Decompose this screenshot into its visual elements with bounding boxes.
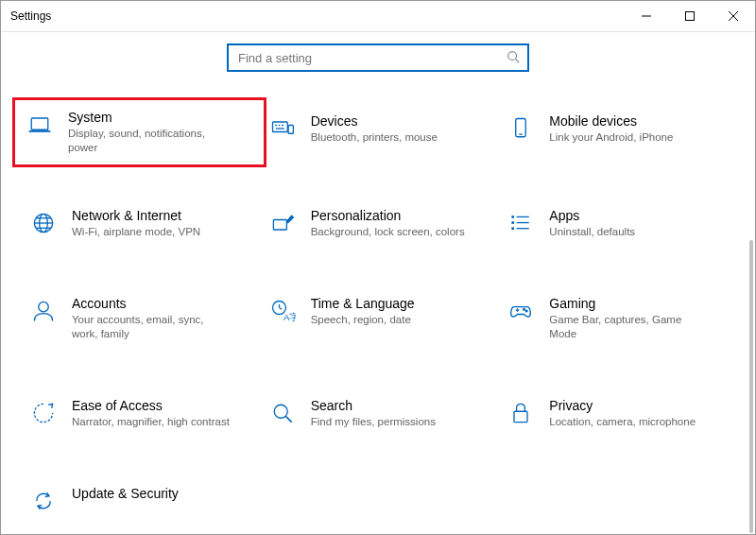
tile-text: Search Find my files, permissions: [311, 398, 436, 429]
scrollbar-thumb[interactable]: [749, 240, 753, 533]
tile-text: Time & Language Speech, region, date: [311, 296, 415, 327]
tile-devices[interactable]: Devices Bluetooth, printers, mouse: [264, 110, 493, 155]
magnifier-icon: [267, 398, 298, 428]
tile-text: System Display, sound, notifications, po…: [68, 110, 229, 155]
window-title: Settings: [10, 9, 51, 23]
tile-desc: Game Bar, captures, Game Mode: [549, 313, 710, 341]
lock-icon: [506, 398, 536, 428]
clock-language-icon: A字: [267, 296, 298, 326]
search-container: [1, 43, 755, 72]
tile-title: Apps: [549, 208, 635, 223]
svg-rect-8: [272, 122, 287, 132]
tile-text: Apps Uninstall, defaults: [549, 208, 635, 239]
tile-time-language[interactable]: A字 Time & Language Speech, region, date: [264, 292, 493, 345]
list-icon: [506, 208, 536, 238]
categories-grid: System Display, sound, notifications, po…: [1, 110, 755, 535]
tile-desc: Wi-Fi, airplane mode, VPN: [72, 225, 200, 239]
tile-title: Gaming: [549, 296, 710, 311]
svg-rect-22: [512, 216, 515, 218]
tile-title: Network & Internet: [72, 208, 200, 223]
tile-gaming[interactable]: Gaming Game Bar, captures, Game Mode: [502, 292, 731, 345]
maximize-button[interactable]: [668, 1, 712, 31]
globe-icon: [28, 208, 59, 238]
svg-rect-26: [512, 227, 515, 230]
tile-text: Personalization Background, lock screen,…: [311, 208, 465, 239]
tile-accounts[interactable]: Accounts Your accounts, email, sync, wor…: [25, 292, 254, 345]
tile-text: Update & Security: [72, 486, 179, 503]
svg-rect-9: [288, 126, 293, 134]
svg-point-37: [274, 405, 287, 418]
tile-update-security[interactable]: Update & Security: [25, 482, 254, 520]
accessibility-icon: [28, 398, 59, 428]
search-input[interactable]: [236, 50, 507, 66]
tile-apps[interactable]: Apps Uninstall, defaults: [502, 204, 731, 243]
tile-text: Ease of Access Narrator, magnifier, high…: [72, 398, 230, 429]
svg-point-28: [39, 302, 49, 312]
svg-text:A字: A字: [284, 311, 296, 321]
tile-text: Gaming Game Bar, captures, Game Mode: [549, 296, 710, 341]
tile-desc: Narrator, magnifier, high contrast: [72, 415, 230, 429]
svg-point-4: [508, 51, 517, 60]
svg-rect-21: [273, 219, 286, 230]
tile-title: Mobile devices: [549, 113, 673, 129]
tile-text: Privacy Location, camera, microphone: [549, 398, 696, 429]
tile-personalization[interactable]: Personalization Background, lock screen,…: [264, 204, 493, 243]
tile-privacy[interactable]: Privacy Location, camera, microphone: [502, 394, 731, 433]
tile-desc: Uninstall, defaults: [549, 225, 635, 239]
tile-desc: Display, sound, notifications, power: [68, 127, 229, 155]
svg-line-38: [285, 416, 291, 422]
search-box[interactable]: [227, 43, 529, 72]
svg-rect-6: [31, 118, 48, 129]
person-icon: [28, 296, 59, 326]
tile-desc: Speech, region, date: [311, 313, 415, 327]
search-icon: [507, 50, 520, 66]
tile-title: Devices: [311, 113, 438, 129]
tile-title: Accounts: [72, 296, 232, 311]
tile-network[interactable]: Network & Internet Wi-Fi, airplane mode,…: [25, 204, 254, 243]
content-area: System Display, sound, notifications, po…: [1, 32, 755, 535]
settings-window: Settings Sys: [0, 0, 756, 535]
svg-rect-1: [686, 12, 695, 21]
tile-search[interactable]: Search Find my files, permissions: [264, 394, 493, 433]
tile-text: Mobile devices Link your Android, iPhone: [549, 113, 673, 145]
minimize-button[interactable]: [625, 1, 668, 31]
tile-desc: Background, lock screen, colors: [311, 225, 465, 239]
paintbrush-icon: [267, 208, 298, 238]
tile-title: Privacy: [549, 398, 696, 413]
tile-desc: Your accounts, email, sync, work, family: [72, 313, 232, 341]
tile-desc: Bluetooth, printers, mouse: [311, 130, 438, 145]
tile-title: Ease of Access: [72, 398, 230, 413]
tile-text: Devices Bluetooth, printers, mouse: [311, 113, 438, 145]
tile-title: Search: [311, 398, 436, 413]
tile-desc: Location, camera, microphone: [549, 415, 696, 429]
keyboard-icon: [267, 113, 298, 144]
tile-text: Network & Internet Wi-Fi, airplane mode,…: [72, 208, 200, 239]
close-button[interactable]: [712, 1, 755, 31]
svg-line-31: [279, 307, 282, 309]
svg-line-5: [516, 59, 520, 62]
tile-desc: Link your Android, iPhone: [549, 130, 673, 145]
svg-point-35: [524, 308, 525, 310]
tile-title: Personalization: [311, 208, 465, 223]
tile-text: Accounts Your accounts, email, sync, wor…: [72, 296, 232, 341]
tile-desc: Find my files, permissions: [311, 415, 436, 429]
svg-rect-24: [512, 221, 515, 224]
update-icon: [28, 486, 59, 516]
tile-title: Time & Language: [311, 296, 415, 311]
svg-point-36: [526, 310, 528, 312]
laptop-icon: [25, 110, 55, 140]
titlebar: Settings: [1, 1, 755, 32]
tile-ease-of-access[interactable]: Ease of Access Narrator, magnifier, high…: [25, 394, 254, 433]
svg-rect-39: [514, 411, 527, 422]
tile-mobile-devices[interactable]: Mobile devices Link your Android, iPhone: [502, 110, 731, 155]
phone-icon: [506, 113, 536, 144]
tile-title: System: [68, 110, 229, 125]
gamepad-icon: [506, 296, 536, 326]
tile-system[interactable]: System Display, sound, notifications, po…: [12, 97, 266, 167]
tile-title: Update & Security: [72, 486, 179, 501]
